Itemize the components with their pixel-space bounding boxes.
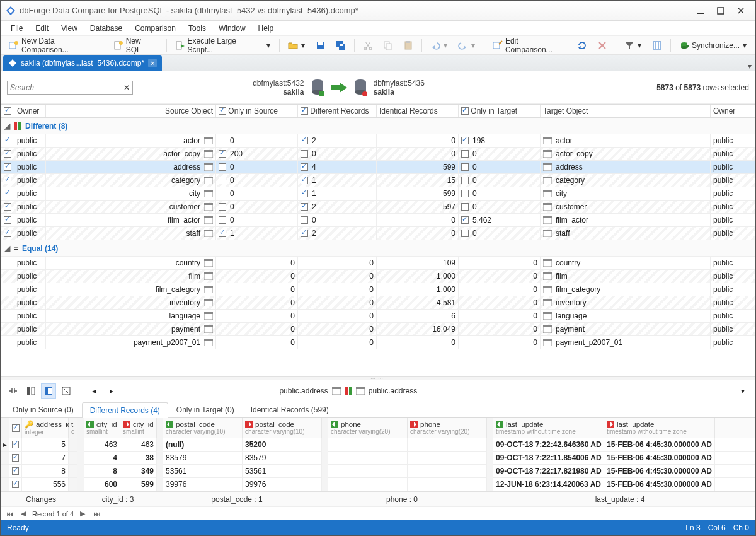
diff-row[interactable]: 463463	[84, 438, 157, 452]
col-source-object[interactable]: Source Object	[46, 105, 216, 117]
col-target-object[interactable]: Target Object	[541, 105, 711, 117]
table-row[interactable]: publicstaff1200staffpublic	[1, 227, 755, 240]
diff-row[interactable]: 3997639976	[163, 478, 322, 491]
diff-row-checkbox[interactable]	[12, 481, 19, 488]
different-checkbox[interactable]	[301, 177, 308, 184]
only-target-checkbox[interactable]	[461, 190, 469, 197]
save-button[interactable]	[311, 38, 330, 53]
different-checkbox[interactable]	[301, 203, 308, 211]
select-all-diff-checkbox[interactable]	[12, 424, 20, 432]
row-checkbox[interactable]	[4, 150, 11, 158]
diff-row[interactable]: ▸5	[1, 438, 77, 452]
table-row[interactable]: publiccity015990citypublic	[1, 187, 755, 201]
only-source-checkbox[interactable]	[219, 177, 226, 184]
paste-button[interactable]	[399, 38, 418, 53]
table-row[interactable]: publiccountry001090countrypublic	[1, 257, 755, 270]
col-last-update-tgt[interactable]: last_updatetimestamp without time zone	[604, 418, 715, 438]
prev-diff-button[interactable]: ◂	[86, 383, 101, 399]
menu-comparison[interactable]: Comparison	[129, 22, 182, 35]
undo-button[interactable]: ▾	[426, 38, 452, 53]
diff-row[interactable]: 438	[84, 452, 157, 465]
diff-row-checkbox[interactable]	[12, 441, 19, 448]
next-record-button[interactable]: ▶	[77, 509, 88, 519]
only-source-checkbox[interactable]	[219, 203, 226, 211]
only-target-checkbox[interactable]	[461, 150, 469, 158]
col-last-update-src[interactable]: last_updatetimestamp without time zone	[493, 418, 604, 438]
columns-button[interactable]	[648, 38, 667, 53]
menu-file[interactable]: File	[4, 22, 29, 35]
prev-record-button[interactable]: ◀	[18, 509, 28, 519]
tab-overflow-button[interactable]: ▾	[748, 62, 752, 71]
table-row[interactable]: publicfilm_actor0005,462film_actorpublic	[1, 214, 755, 227]
tab-only-target[interactable]: Only in Target (0)	[168, 402, 243, 417]
only-target-checkbox[interactable]	[461, 137, 469, 144]
redo-button[interactable]: ▾	[454, 38, 480, 53]
details-overflow-button[interactable]: ▾	[735, 383, 750, 399]
diff-row[interactable]: 5356153561	[163, 465, 322, 478]
diff-row-checkbox[interactable]	[12, 454, 19, 462]
diff-row[interactable]	[328, 465, 487, 478]
view-mode-4-button[interactable]	[59, 383, 74, 399]
col-address-id[interactable]: 🔑address_idinteger	[22, 418, 69, 438]
row-checkbox[interactable]	[4, 163, 11, 171]
col-city-id-src[interactable]: city_idsmallint	[84, 418, 120, 438]
diff-row[interactable]: 09-OCT-18 7:22:11.854006 AD15-FEB-06 4:4…	[493, 452, 755, 465]
tab-different[interactable]: Different Records (4)	[82, 402, 168, 418]
table-row[interactable]: publiclanguage0060languagepublic	[1, 310, 755, 323]
col-owner[interactable]: Owner	[14, 105, 46, 117]
save-all-button[interactable]	[331, 38, 350, 53]
diff-row[interactable]: 556	[1, 478, 77, 491]
select-all-checkbox[interactable]	[4, 107, 11, 115]
comparison-grid[interactable]: Owner Source Object Only in Source Diffe…	[1, 104, 755, 376]
different-checkbox[interactable]	[301, 137, 308, 144]
next-diff-button[interactable]: ▸	[104, 383, 119, 399]
only-source-checkbox[interactable]	[219, 163, 226, 171]
synchronize-button[interactable]: Synchronize...▾	[675, 38, 752, 53]
close-tab-button[interactable]: ✕	[148, 59, 157, 67]
menu-help[interactable]: Help	[252, 22, 280, 35]
diff-row[interactable]: 7	[1, 452, 77, 465]
only-target-checkbox[interactable]	[461, 203, 469, 211]
diff-row[interactable]: 8349	[84, 465, 157, 478]
menu-view[interactable]: View	[55, 22, 84, 35]
diff-row[interactable]: 600599	[84, 478, 157, 491]
maximize-button[interactable]	[711, 4, 730, 17]
menu-edit[interactable]: Edit	[29, 22, 55, 35]
only-target-checkbox[interactable]	[461, 177, 469, 184]
diff-row[interactable]	[328, 478, 487, 491]
search-input[interactable]	[8, 83, 121, 92]
col-postal-src[interactable]: postal_codecharacter varying(10)	[163, 418, 243, 438]
diff-row[interactable]	[328, 438, 487, 452]
cut-button[interactable]	[358, 38, 377, 53]
col-different[interactable]: Different Records	[298, 105, 377, 117]
only-source-checkbox[interactable]	[219, 216, 226, 224]
tab-only-source[interactable]: Only in Source (0)	[4, 402, 82, 417]
only-target-checkbox[interactable]	[461, 230, 469, 237]
col-t[interactable]: tcter varying(20)	[69, 418, 77, 438]
diff-row[interactable]	[328, 452, 487, 465]
table-row[interactable]: publicinventory004,5810inventorypublic	[1, 296, 755, 310]
diff-row[interactable]: 8	[1, 465, 77, 478]
diff-row[interactable]: (null)35200	[163, 438, 322, 452]
copy-button[interactable]	[379, 38, 398, 53]
only-source-checkbox[interactable]	[219, 150, 226, 158]
diff-row-checkbox[interactable]	[12, 467, 19, 475]
group-different[interactable]: ◢ Different (8)	[1, 118, 755, 134]
menu-window[interactable]: Window	[212, 22, 252, 35]
diff-row[interactable]: 09-OCT-18 7:22:17.821980 AD15-FEB-06 4:4…	[493, 465, 755, 478]
view-mode-2-button[interactable]	[23, 383, 38, 399]
view-mode-1-button[interactable]	[6, 383, 21, 399]
only-source-checkbox[interactable]	[219, 137, 226, 144]
only-source-checkbox[interactable]	[219, 190, 226, 197]
table-row[interactable]: publicaddress045990addresspublic	[1, 161, 755, 174]
col-postal-tgt[interactable]: postal_codecharacter varying(10)	[243, 418, 322, 438]
col-phone-src[interactable]: phonecharacter varying(20)	[328, 418, 408, 438]
table-row[interactable]: publicfilm_category001,0000film_category…	[1, 283, 755, 296]
refresh-button[interactable]	[573, 38, 592, 53]
diff-row[interactable]: 12-JUN-18 6:23:14.420063 AD15-FEB-06 4:4…	[493, 478, 755, 491]
view-mode-3-button[interactable]	[41, 383, 56, 399]
new-sql-button[interactable]: New SQL	[109, 38, 163, 53]
difference-grid[interactable]: 🔑address_idinteger tcter varying(20) ▸57…	[1, 418, 755, 491]
table-row[interactable]: publicactor_copy200000actor_copypublic	[1, 148, 755, 161]
col-phone-tgt[interactable]: phonecharacter varying(20)	[408, 418, 487, 438]
